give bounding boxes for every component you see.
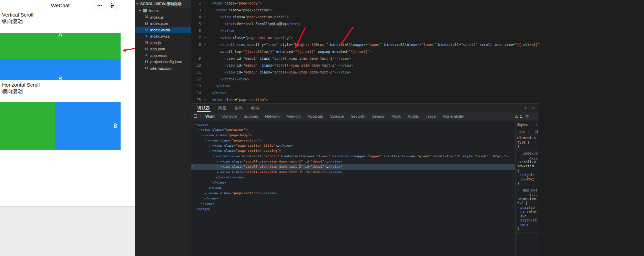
overflow-icon[interactable]: » bbox=[535, 122, 538, 127]
tree-node[interactable]: </page> bbox=[191, 207, 515, 212]
kebab-menu-icon[interactable]: ⋮ bbox=[532, 114, 536, 119]
explorer-file-app.json[interactable]: {}app.json bbox=[135, 46, 191, 52]
devtools-tab[interactable]: Security bbox=[347, 112, 369, 120]
explorer-file-index.wxml[interactable]: <>index.wxml bbox=[135, 27, 191, 33]
explorer-file-app.js[interactable]: JSapp.js bbox=[135, 40, 191, 46]
element-classes-button[interactable]: .cls bbox=[517, 130, 525, 134]
explorer-folder-index[interactable]: ▾index bbox=[135, 8, 191, 14]
panel-tab[interactable]: 调试器 bbox=[193, 104, 214, 112]
fold-chevron-icon[interactable]: ▾ bbox=[202, 35, 208, 41]
editor-line[interactable]: 4▾ <view class="page-section-title"> bbox=[191, 14, 644, 21]
tree-node[interactable]: </view> bbox=[191, 186, 515, 191]
expand-arrow-closed-icon[interactable]: ▸ bbox=[217, 170, 220, 175]
tree-node[interactable]: </view> bbox=[191, 201, 515, 206]
tab-styles[interactable]: Styles bbox=[517, 122, 528, 127]
expand-arrow-closed-icon[interactable]: ▸ bbox=[217, 165, 220, 169]
devtools-tab[interactable]: Storage bbox=[327, 112, 347, 120]
devtools-tab[interactable]: Audits bbox=[404, 112, 422, 120]
rule-selector[interactable]: .demo-text-2 { bbox=[517, 197, 538, 206]
horizontal-scroll-view[interactable]: B bbox=[0, 102, 121, 150]
editor-line[interactable]: 14 </view> bbox=[191, 90, 644, 97]
editor-line[interactable]: 6 </view> bbox=[191, 28, 644, 35]
editor-line[interactable]: scroll-top="{{scrollTop}}" enhanced="{{t… bbox=[191, 48, 644, 55]
tree-node[interactable]: ▾<page> bbox=[191, 122, 515, 127]
tree-node[interactable]: ▾<view class="page-body"> bbox=[191, 133, 515, 138]
tree-node[interactable]: ▸<view class="page-section-title">…</vie… bbox=[191, 143, 515, 148]
fold-chevron-icon[interactable]: ▾ bbox=[202, 41, 208, 48]
element-state-icon[interactable] bbox=[535, 130, 538, 133]
devtools-tab[interactable]: AppData bbox=[304, 112, 327, 120]
tree-node[interactable]: </scroll-view> bbox=[191, 175, 515, 180]
style-property[interactable]: height: 300rpx; bbox=[517, 173, 538, 181]
devtools-tab[interactable]: Trace bbox=[422, 112, 439, 120]
devtools-tab[interactable]: Memory bbox=[283, 112, 304, 120]
inspect-element-icon[interactable] bbox=[191, 114, 200, 119]
devtools-tab[interactable]: Mock bbox=[388, 112, 404, 120]
tree-node[interactable]: ▾<view class="page-section-spacing"> bbox=[191, 148, 515, 154]
devtools-tab[interactable]: Sensor bbox=[368, 112, 388, 120]
fold-chevron-icon[interactable]: ▾ bbox=[202, 97, 208, 104]
gear-icon[interactable]: ⚙ bbox=[525, 114, 529, 119]
expand-arrow-open-icon[interactable]: ▾ bbox=[209, 149, 212, 154]
tree-node[interactable]: ▸<view class="scroll-view-item demo-text… bbox=[191, 159, 515, 164]
vertical-scroll-view[interactable]: A B bbox=[0, 33, 121, 80]
devtools-tab[interactable]: Console bbox=[219, 112, 240, 120]
rule-selector[interactable]: element.style { bbox=[517, 136, 538, 145]
panel-tab[interactable]: 输出 bbox=[231, 104, 247, 112]
editor-line[interactable]: 8▾ <scroll-view scroll-y="true" style="h… bbox=[191, 41, 644, 48]
style-property[interactable]: position: relative bbox=[517, 206, 538, 219]
tree-node[interactable]: ▸<view class="page-section">…</view> bbox=[191, 191, 515, 196]
explorer-file-app.wxss[interactable]: #app.wxss bbox=[135, 52, 191, 59]
more-options-button[interactable]: ••• bbox=[94, 1, 106, 10]
close-panel-icon[interactable]: × bbox=[532, 106, 534, 110]
editor-line[interactable]: 12 </scroll-view> bbox=[191, 76, 644, 83]
explorer-file-project.config.json[interactable]: {}project.config.json bbox=[135, 59, 191, 65]
tree-node[interactable]: ⋯ ▸<view class="scroll-view-item demo-te… bbox=[191, 164, 515, 169]
expand-arrow-closed-icon[interactable]: ▸ bbox=[217, 159, 220, 164]
code-editor[interactable]: 2▾ <view class="page-body">3▾ <view clas… bbox=[191, 0, 644, 104]
fold-chevron-icon[interactable]: ▾ bbox=[202, 0, 208, 7]
editor-line[interactable]: 11 <view id="demo3" class="scroll-view-i… bbox=[191, 69, 644, 76]
devtools-tab[interactable]: Sources bbox=[240, 112, 262, 120]
tree-node[interactable]: </view> bbox=[191, 180, 515, 185]
editor-line[interactable]: 5 <text>Vertical Scroll\n纵向滚动</text> bbox=[191, 21, 644, 28]
node-menu-icon[interactable]: ⋯ bbox=[192, 164, 194, 169]
expand-arrow-closed-icon[interactable]: ▸ bbox=[209, 144, 212, 148]
new-rule-button[interactable]: + bbox=[528, 130, 530, 134]
tree-node[interactable]: ▾<view class="page-section"> bbox=[191, 138, 515, 143]
expand-arrow-open-icon[interactable]: ▾ bbox=[205, 138, 208, 143]
expand-arrow-closed-icon[interactable]: ▸ bbox=[205, 191, 208, 196]
explorer-file-index.js[interactable]: JSindex.js bbox=[135, 14, 191, 21]
editor-line[interactable]: 13 </view> bbox=[191, 83, 644, 90]
editor-line[interactable]: 2▾ <view class="page-body"> bbox=[191, 0, 644, 7]
stylesheet-link[interactable]: app.wxss... bbox=[517, 188, 538, 197]
editor-line[interactable]: 15▾ <view class="page-section"> bbox=[191, 97, 644, 104]
editor-line[interactable]: 10 <view id="demo2" class="scroll-view-i… bbox=[191, 62, 644, 69]
tree-node[interactable]: ▸<view class="scroll-view-item demo-text… bbox=[191, 170, 515, 175]
exit-miniprogram-button[interactable] bbox=[106, 3, 118, 8]
fold-chevron-icon[interactable]: ▾ bbox=[202, 14, 208, 21]
explorer-file-index.wxss[interactable]: #index.wxss bbox=[135, 33, 191, 40]
editor-line[interactable]: 9 <view id="demo1" class="scroll-view-it… bbox=[191, 55, 644, 62]
tree-node[interactable]: </view> bbox=[191, 196, 515, 201]
tree-node[interactable]: ▾<view class="container"> bbox=[191, 127, 515, 132]
editor-line[interactable]: 7▾ <view class="page-section-spacing"> bbox=[191, 35, 644, 41]
stylesheet-link[interactable]: index.wx... bbox=[517, 151, 538, 160]
project-root[interactable]: ▾ SCROLLVIEW-滚动驱动 bbox=[135, 0, 191, 8]
devtools-tab[interactable]: Network bbox=[262, 112, 283, 120]
fold-chevron-icon[interactable]: ▾ bbox=[202, 7, 208, 14]
tree-node[interactable]: ▾<scroll-view bindscroll="scroll" bindsc… bbox=[191, 154, 515, 159]
style-property[interactable]: align-items: bbox=[517, 218, 538, 227]
rule-selector[interactable]: .scroll-view-item { bbox=[517, 160, 538, 173]
collapse-panel-icon[interactable]: ∧ bbox=[524, 106, 527, 110]
explorer-file-sitemap.json[interactable]: {}sitemap.json bbox=[135, 65, 191, 72]
expand-arrow-open-icon[interactable]: ▾ bbox=[193, 122, 196, 127]
devtools-tab[interactable]: Vulnerability bbox=[439, 112, 467, 120]
expand-arrow-open-icon[interactable]: ▾ bbox=[213, 154, 216, 159]
devtools-tab[interactable]: Wxml bbox=[202, 112, 219, 120]
expand-arrow-open-icon[interactable]: ▾ bbox=[201, 133, 204, 138]
panel-tab[interactable]: 问题 bbox=[214, 104, 231, 112]
editor-line[interactable]: 3▾ <view class="page-section"> bbox=[191, 7, 644, 14]
warning-icon[interactable]: ⚠ bbox=[515, 114, 518, 119]
panel-tab[interactable]: 终端 bbox=[247, 104, 264, 112]
